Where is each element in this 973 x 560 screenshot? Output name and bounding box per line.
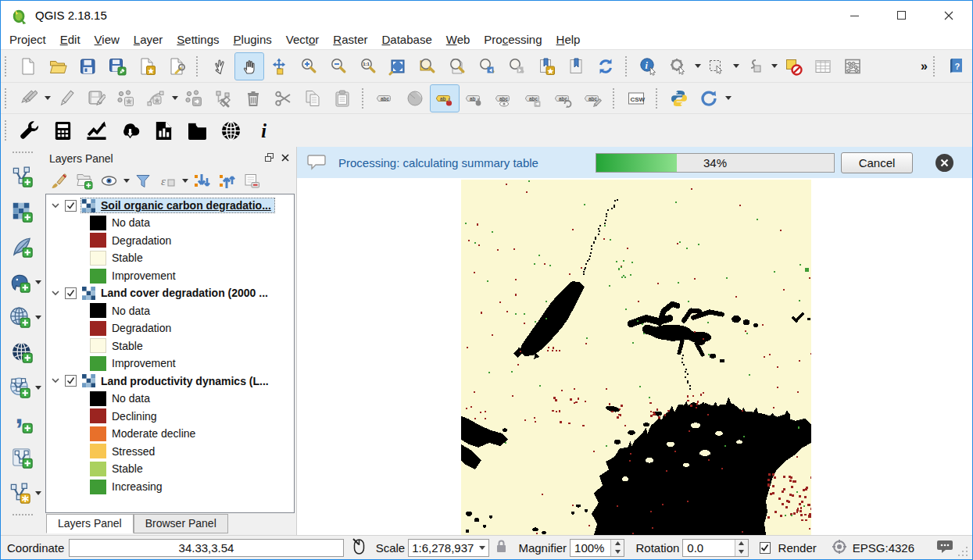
add-raster-layer-button[interactable] — [6, 196, 38, 227]
crs-status-icon[interactable] — [832, 540, 846, 556]
layer-checkbox[interactable] — [65, 200, 77, 212]
pin-labels-button[interactable]: ab — [431, 85, 459, 112]
help-contents-button[interactable]: ? — [943, 53, 971, 80]
diagram-options-button[interactable] — [401, 85, 429, 112]
close-button[interactable] — [925, 1, 972, 30]
node-tool-button[interactable] — [209, 85, 238, 112]
toolbar-handle[interactable] — [196, 56, 203, 77]
copy-features-button[interactable] — [299, 85, 327, 112]
python-console-button[interactable] — [665, 85, 693, 112]
add-wms-layer-button[interactable] — [4, 301, 35, 333]
maximize-button[interactable] — [878, 1, 925, 30]
layer-row[interactable]: Land cover degradation (2000 ... — [46, 284, 294, 301]
toggle-editing-button[interactable] — [52, 85, 80, 112]
menu-edit[interactable]: Edit — [53, 30, 88, 48]
menu-web[interactable]: Web — [439, 30, 478, 48]
cut-features-button[interactable] — [269, 85, 297, 112]
refresh-map-button[interactable] — [592, 53, 620, 80]
filter-legend-button[interactable] — [131, 169, 155, 193]
toolbar-handle[interactable] — [5, 56, 12, 77]
log-messages-icon[interactable] — [936, 539, 953, 556]
layer-title[interactable]: Land cover degradation (2000 ... — [98, 286, 270, 300]
metasearch-csw-button[interactable]: CSW — [622, 85, 650, 112]
save-project-button[interactable] — [73, 53, 102, 80]
add-spatialite-layer-button[interactable] — [6, 231, 38, 262]
add-delimited-text-layer-button[interactable]: , — [6, 407, 38, 438]
layer-styling-button[interactable] — [48, 169, 71, 193]
remove-layer-button[interactable] — [240, 169, 263, 193]
dropdown-arrow-icon[interactable] — [733, 64, 739, 71]
toolbar-handle[interactable] — [5, 120, 12, 141]
layer-checkbox[interactable] — [65, 287, 77, 299]
dropdown-arrow-icon[interactable] — [695, 64, 701, 71]
move-feature-button[interactable] — [180, 85, 208, 112]
pan-map-button[interactable] — [235, 53, 263, 80]
filter-expression-button[interactable]: ε — [156, 169, 180, 193]
dropdown-arrow-icon[interactable] — [35, 316, 41, 323]
paste-features-button[interactable] — [328, 85, 356, 112]
trends-load-button[interactable] — [182, 116, 212, 145]
save-layer-edits-button[interactable] — [82, 85, 110, 112]
lock-scale-icon[interactable] — [495, 539, 507, 556]
composer-manager-button[interactable] — [163, 53, 191, 80]
identify-features-button[interactable]: i — [635, 53, 663, 80]
dropdown-arrow-icon[interactable] — [771, 64, 778, 71]
collapse-all-button[interactable] — [215, 169, 238, 193]
delete-selected-button[interactable] — [239, 85, 267, 112]
show-bookmarks-button[interactable] — [562, 53, 590, 80]
add-wcs-layer-button[interactable] — [6, 337, 38, 368]
expander-icon[interactable] — [48, 203, 63, 209]
magnifier-spinbox[interactable]: 100% — [570, 539, 624, 557]
resize-grip[interactable] — [958, 546, 968, 559]
menu-view[interactable]: View — [88, 30, 127, 48]
circular-string-button[interactable] — [141, 85, 170, 112]
layer-row[interactable]: Soil organic carbon degradatio... — [46, 197, 294, 214]
dropdown-arrow-icon[interactable] — [182, 179, 188, 186]
trends-download-button[interactable] — [115, 116, 145, 145]
rotation-spinbox[interactable]: 0.0 — [682, 539, 748, 557]
toolbar-overflow-button[interactable]: » — [921, 59, 926, 73]
menu-plugins[interactable]: Plugins — [227, 30, 279, 48]
trends-summary-button[interactable] — [148, 116, 178, 145]
toolbar-handle[interactable] — [362, 88, 369, 109]
coordinate-input[interactable]: 34.33,3.54 — [69, 539, 343, 557]
manage-visibility-button[interactable] — [98, 169, 121, 193]
change-label-button[interactable]: abc — [579, 85, 607, 112]
toolbar-handle[interactable] — [933, 56, 940, 77]
current-edits-button[interactable] — [14, 85, 42, 112]
layer-checkbox[interactable] — [65, 375, 77, 387]
new-composer-button[interactable] — [133, 53, 161, 80]
toolbar-handle[interactable] — [613, 88, 620, 109]
add-feature-button[interactable] — [112, 85, 140, 112]
show-hide-labels-button[interactable]: abc — [490, 85, 518, 112]
pan-to-selection-button[interactable] — [265, 53, 293, 80]
toolbar-handle[interactable] — [656, 88, 663, 109]
float-panel-icon[interactable] — [264, 152, 274, 165]
tab-browser-panel[interactable]: Browser Panel — [134, 514, 228, 533]
touch-zoom-button[interactable] — [206, 53, 234, 80]
expander-icon[interactable] — [48, 378, 63, 383]
toolbar-handle[interactable] — [625, 56, 632, 77]
menu-vector[interactable]: Vector — [279, 30, 327, 48]
dropdown-arrow-icon[interactable] — [123, 179, 130, 186]
trends-world-button[interactable] — [216, 116, 245, 145]
select-by-expression-button[interactable] — [741, 53, 769, 80]
trends-settings-button[interactable] — [14, 116, 44, 145]
dropdown-arrow-icon[interactable] — [45, 96, 51, 103]
mouse-extents-icon[interactable] — [352, 538, 367, 557]
new-project-button[interactable] — [14, 53, 42, 80]
render-checkbox[interactable] — [760, 542, 771, 554]
map-canvas[interactable] — [297, 178, 972, 535]
tab-layers-panel[interactable]: Layers Panel — [46, 514, 134, 533]
dropdown-arrow-icon[interactable] — [35, 280, 41, 287]
layer-row[interactable]: Land productivity dynamics (L... — [46, 373, 294, 390]
zoom-next-button[interactable] — [503, 53, 531, 80]
menu-layer[interactable]: Layer — [127, 30, 170, 48]
menu-project[interactable]: Project — [2, 30, 53, 48]
zoom-out-button[interactable] — [324, 53, 352, 80]
processing-history-button[interactable] — [695, 85, 723, 112]
message-close-icon[interactable] — [935, 154, 953, 172]
zoom-to-layer-button[interactable] — [413, 53, 442, 80]
select-features-button[interactable] — [703, 53, 731, 80]
expander-icon[interactable] — [48, 291, 63, 296]
